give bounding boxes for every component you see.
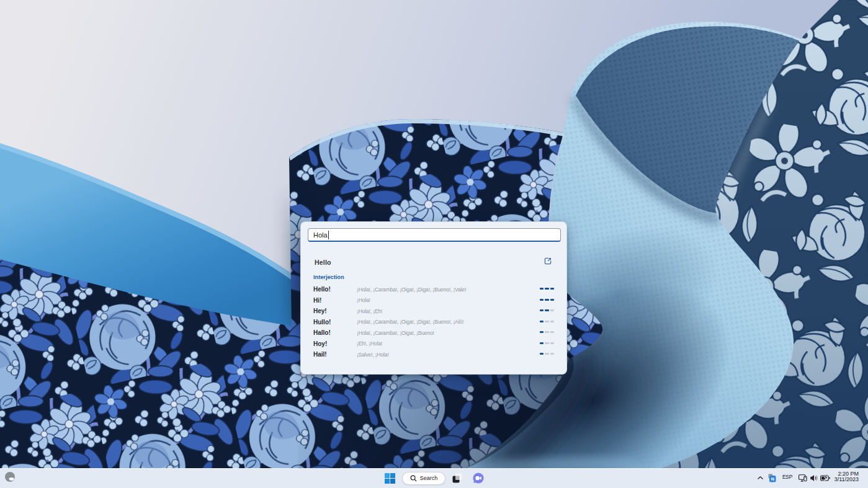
svg-text:N: N bbox=[771, 476, 774, 482]
